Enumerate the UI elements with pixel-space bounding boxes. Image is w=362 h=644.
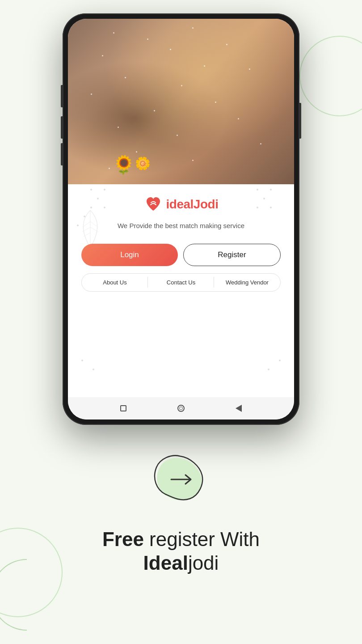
flower-decoration: 🌻	[113, 154, 135, 175]
android-home-button[interactable]	[176, 403, 186, 413]
phone-frame: 🌻 🌼	[63, 13, 299, 425]
android-navbar	[68, 397, 294, 419]
logo-text: idealJodi	[166, 197, 219, 212]
about-us-link[interactable]: About Us	[82, 274, 148, 291]
hero-image: 🌻 🌼	[68, 19, 294, 184]
bottom-section: Free register With Idealjodi	[0, 425, 362, 602]
headline-line1: Free register With	[102, 528, 260, 551]
rain-dots	[68, 19, 294, 184]
contact-us-link[interactable]: Contact Us	[148, 274, 214, 291]
heart-icon	[144, 195, 163, 214]
free-bold: Free	[102, 528, 144, 550]
nav-links-bar: About Us Contact Us Wedding Vendor	[81, 273, 281, 292]
register-button[interactable]: Register	[183, 244, 281, 266]
home-circle-icon	[177, 405, 185, 412]
back-triangle-icon	[236, 405, 242, 412]
phone-content-area: idealJodi We Provide the best match maki…	[68, 184, 294, 397]
login-button[interactable]: Login	[81, 244, 178, 266]
phone-mockup: 🌻 🌼	[0, 0, 362, 425]
square-icon	[120, 405, 126, 411]
jodi-normal: jodi	[188, 552, 219, 574]
register-normal: register With	[149, 528, 260, 550]
arrow-blob-icon	[145, 443, 217, 514]
android-back-button[interactable]	[234, 403, 244, 413]
tagline: We Provide the best match making service	[118, 221, 244, 231]
headline-line2: Idealjodi	[102, 551, 260, 575]
phone-screen: 🌻 🌼	[68, 19, 294, 419]
flower-decoration-2: 🌼	[135, 156, 151, 171]
headline-text: Free register With Idealjodi	[102, 528, 260, 575]
logo-area: idealJodi	[144, 195, 219, 214]
cta-buttons: Login Register	[81, 244, 281, 266]
ideal-bold: Ideal	[143, 552, 188, 574]
android-square-button[interactable]	[118, 403, 128, 413]
wedding-vendor-link[interactable]: Wedding Vendor	[214, 274, 280, 291]
